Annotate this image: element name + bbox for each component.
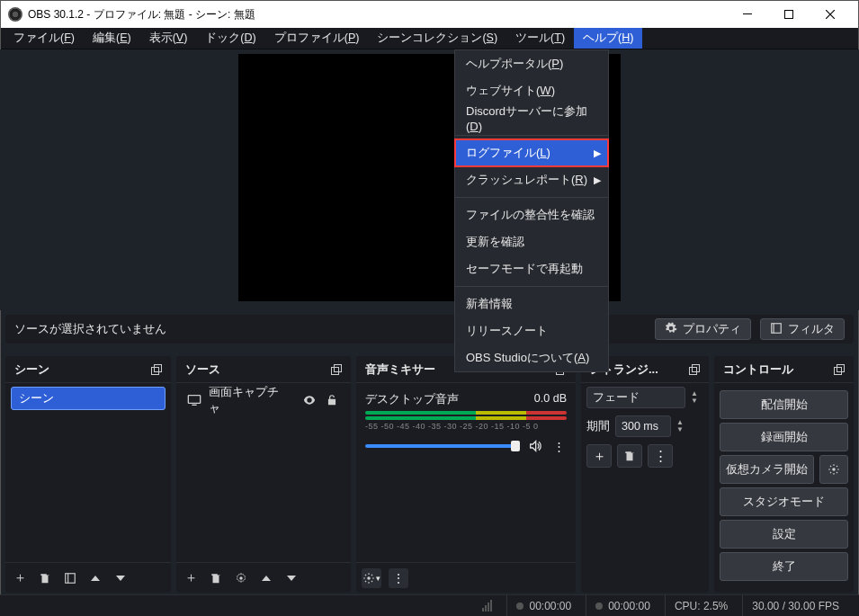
svg-rect-1 — [785, 11, 793, 19]
transitions-panel: ントランジ... フェード ▲▼ 期間 300 ms ▲▼ ＋ ⋮ — [581, 356, 709, 593]
source-visibility-toggle[interactable] — [301, 392, 317, 408]
duration-spinbox[interactable]: 300 ms — [615, 415, 671, 437]
svg-point-15 — [367, 576, 371, 580]
virtual-cam-settings-button[interactable] — [819, 455, 848, 484]
exit-button[interactable]: 終了 — [720, 552, 848, 581]
source-lock-toggle[interactable] — [325, 392, 340, 408]
help-discord-item[interactable]: Discordサーバーに参加(D) — [455, 104, 608, 131]
channel-more-button[interactable]: ⋮ — [550, 438, 567, 454]
window-titlebar: OBS 30.1.2 - プロファイル: 無題 - シーン: 無題 — [1, 1, 858, 28]
remove-source-button[interactable] — [207, 569, 225, 587]
menu-file[interactable]: ファイル(F) — [4, 28, 84, 49]
window-close-button[interactable] — [810, 1, 851, 28]
help-safemode-item[interactable]: セーフモードで再起動 — [455, 255, 608, 282]
popout-icon[interactable] — [149, 362, 164, 377]
mixer-settings-button[interactable]: ▾ — [362, 568, 381, 588]
properties-button[interactable]: プロパティ — [655, 318, 751, 340]
scene-item[interactable]: シーン — [11, 387, 166, 410]
move-source-down-button[interactable] — [282, 569, 300, 587]
help-integrity-item[interactable]: ファイルの整合性を確認 — [455, 201, 608, 228]
popout-icon[interactable] — [832, 362, 846, 377]
dot-icon — [516, 603, 523, 610]
sources-panel: ソース 画面キャプチャ ＋ — [176, 356, 351, 593]
remove-transition-button[interactable] — [617, 444, 642, 468]
transition-updown[interactable]: ▲▼ — [691, 390, 703, 405]
controls-panel: コントロール 配信開始 録画開始 仮想カメラ開始 スタジオモード 設定 終了 — [714, 356, 854, 593]
status-cpu: CPU: 2.5% — [665, 595, 737, 616]
svg-rect-17 — [693, 364, 700, 371]
help-crash-report-item[interactable]: クラッシュレポート(R)▶ — [455, 166, 608, 193]
panel-row: シーン シーン ＋ ソース 画面キャプチャ — [5, 356, 854, 593]
window-minimize-button[interactable] — [727, 1, 768, 28]
scenes-header: シーン — [5, 356, 171, 383]
status-fps: 30.00 / 30.00 FPS — [742, 595, 848, 616]
settings-button[interactable]: 設定 — [720, 520, 848, 549]
remove-scene-button[interactable] — [36, 569, 54, 587]
help-logfile-item[interactable]: ログファイル(L)▶ — [455, 139, 608, 166]
move-source-up-button[interactable] — [257, 569, 275, 587]
add-source-button[interactable]: ＋ — [182, 569, 200, 587]
popout-icon[interactable] — [687, 362, 702, 377]
menu-edit[interactable]: 編集(E) — [84, 28, 140, 49]
menu-view[interactable]: 表示(V) — [140, 28, 197, 49]
move-scene-up-button[interactable] — [86, 569, 104, 587]
scene-filters-button[interactable] — [61, 569, 79, 587]
help-about-item[interactable]: OBS Studioについて(A) — [455, 344, 608, 371]
vu-meter — [365, 416, 567, 420]
display-capture-icon — [187, 393, 201, 407]
help-website-item[interactable]: ウェブサイト(W) — [455, 77, 608, 104]
virtual-cam-button[interactable]: 仮想カメラ開始 — [720, 455, 814, 484]
duration-label: 期間 — [586, 419, 610, 434]
help-release-notes-item[interactable]: リリースノート — [455, 317, 608, 344]
move-scene-down-button[interactable] — [112, 569, 130, 587]
svg-rect-0 — [743, 13, 752, 14]
svg-rect-2 — [772, 323, 782, 333]
mixer-footer: ▾ ⋮ — [356, 562, 576, 593]
window-title: OBS 30.1.2 - プロファイル: 無題 - シーン: 無題 — [28, 7, 727, 22]
svg-rect-6 — [66, 573, 76, 583]
vu-meter — [365, 411, 567, 415]
menu-help[interactable]: ヘルプ(H) — [574, 28, 642, 49]
scenes-footer: ＋ — [5, 562, 171, 593]
svg-rect-9 — [335, 364, 342, 371]
menubar: ファイル(F) 編集(E) 表示(V) ドック(D) プロファイル(P) シーン… — [1, 28, 858, 49]
speaker-icon[interactable] — [527, 438, 543, 454]
svg-rect-19 — [837, 364, 845, 371]
studio-mode-button[interactable]: スタジオモード — [720, 487, 848, 516]
status-bar: 00:00:00 00:00:00 CPU: 2.5% 30.00 / 30.0… — [0, 594, 859, 616]
add-scene-button[interactable]: ＋ — [11, 569, 29, 587]
channel-level: 0.0 dB — [534, 392, 567, 407]
duration-updown[interactable]: ▲▼ — [676, 419, 689, 433]
status-stream-time: 00:00:00 — [506, 595, 580, 616]
volume-slider[interactable] — [365, 444, 520, 448]
svg-point-12 — [239, 576, 243, 580]
menu-dock[interactable]: ドック(D) — [196, 28, 264, 49]
help-whatsnew-item[interactable]: 新着情報 — [455, 290, 608, 317]
source-properties-button[interactable] — [232, 569, 250, 587]
help-dropdown: ヘルプポータル(P) ウェブサイト(W) Discordサーバーに参加(D) ロ… — [454, 49, 609, 372]
controls-header: コントロール — [714, 356, 854, 383]
menu-profile[interactable]: プロファイル(P) — [265, 28, 369, 49]
transition-more-button[interactable]: ⋮ — [648, 444, 673, 468]
help-portal-item[interactable]: ヘルプポータル(P) — [455, 50, 608, 77]
filter-icon — [770, 322, 783, 337]
source-item[interactable]: 画面キャプチャ — [182, 387, 345, 414]
svg-rect-18 — [835, 367, 842, 374]
help-update-item[interactable]: 更新を確認 — [455, 228, 608, 255]
start-record-button[interactable]: 録画開始 — [720, 423, 848, 451]
add-transition-button[interactable]: ＋ — [586, 444, 612, 468]
menu-tools[interactable]: ツール(T) — [506, 28, 574, 49]
sources-footer: ＋ — [176, 562, 351, 593]
obs-logo-icon — [8, 7, 22, 22]
filters-button[interactable]: フィルタ — [760, 318, 845, 340]
mixer-more-button[interactable]: ⋮ — [389, 568, 408, 588]
menu-separator — [455, 197, 608, 198]
menu-scene-collection[interactable]: シーンコレクション(S) — [368, 28, 506, 49]
svg-rect-16 — [690, 367, 697, 374]
preview-area — [0, 49, 859, 310]
popout-icon[interactable] — [329, 362, 344, 377]
transition-select[interactable]: フェード — [586, 387, 685, 408]
status-network — [473, 595, 501, 616]
start-stream-button[interactable]: 配信開始 — [720, 390, 848, 419]
window-maximize-button[interactable] — [768, 1, 810, 28]
